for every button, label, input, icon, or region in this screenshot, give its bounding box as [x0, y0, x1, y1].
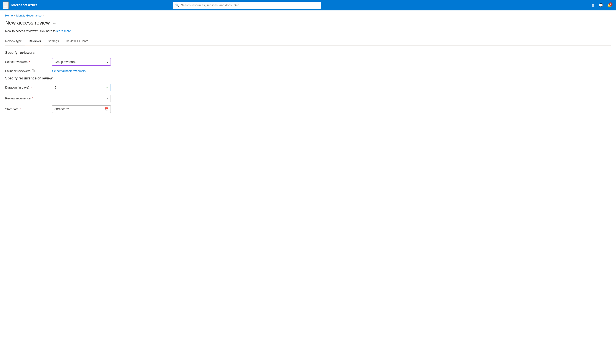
reviewers-section-title: Specify reviewers: [5, 51, 611, 55]
hamburger-menu-button[interactable]: ☰: [3, 1, 9, 9]
select-reviewers-row: Select reviewers * Group owner(s) Select…: [5, 58, 611, 65]
hamburger-icon: ☰: [4, 3, 7, 7]
specify-recurrence-section: Specify recurrence of review Duration (i…: [5, 76, 611, 113]
tabs: Review type Reviews Settings Review + Cr…: [5, 37, 611, 46]
breadcrumb-sep-1: ›: [14, 14, 15, 17]
start-date-input-wrapper: 📅: [52, 105, 111, 113]
info-static-text: New to access reviews? Click here to: [5, 29, 56, 33]
start-date-required: *: [20, 108, 21, 111]
duration-input-wrapper: ✓: [52, 84, 111, 91]
review-recurrence-wrapper: Weekly Monthly Quarterly Semi-annually A…: [52, 95, 111, 102]
duration-check-icon: ✓: [106, 86, 109, 89]
breadcrumb-home[interactable]: Home: [5, 14, 13, 17]
breadcrumb-identity-governance[interactable]: Identity Governance: [16, 14, 41, 17]
breadcrumb: Home › Identity Governance ›: [5, 14, 611, 17]
page-header: New access review ...: [5, 20, 611, 26]
start-date-row: Start date * 📅: [5, 105, 611, 113]
start-date-input[interactable]: [52, 105, 111, 113]
select-reviewers-required: *: [29, 60, 30, 64]
calendar-icon[interactable]: 📅: [104, 107, 109, 111]
page-menu-button[interactable]: ...: [52, 20, 56, 26]
recurrence-section-title: Specify recurrence of review: [5, 76, 611, 80]
duration-row: Duration (in days) * ✓: [5, 84, 611, 91]
duration-required: *: [31, 86, 32, 89]
portal-button[interactable]: ⊞: [590, 2, 596, 9]
fallback-reviewers-label: Fallback reviewers ⓘ: [5, 69, 49, 73]
review-recurrence-required: *: [32, 97, 33, 100]
search-icon: 🔍: [175, 3, 179, 7]
search-input[interactable]: [173, 2, 321, 9]
duration-input[interactable]: [52, 84, 111, 91]
topbar: ☰ Microsoft Azure 🔍 ⊞ 💬 🔔 2: [0, 0, 616, 10]
portal-icon: ⊞: [591, 3, 594, 7]
select-fallback-reviewers-link[interactable]: Select fallback reviewers: [52, 69, 86, 73]
feedback-icon: 💬: [599, 3, 603, 7]
tab-review-create[interactable]: Review + Create: [62, 37, 92, 45]
topbar-icons: ⊞ 💬 🔔 2: [590, 2, 613, 9]
fallback-reviewers-row: Fallback reviewers ⓘ Select fallback rev…: [5, 69, 611, 73]
start-date-label: Start date *: [5, 107, 49, 111]
review-recurrence-row: Review recurrence * Weekly Monthly Quart…: [5, 95, 611, 102]
feedback-button[interactable]: 💬: [597, 2, 605, 9]
tab-settings[interactable]: Settings: [44, 37, 62, 45]
info-text: New to access reviews? Click here to lea…: [5, 29, 611, 33]
select-reviewers-wrapper: Group owner(s) Selected users or groups …: [52, 58, 111, 65]
breadcrumb-sep-2: ›: [43, 14, 44, 17]
notification-button[interactable]: 🔔 2: [606, 2, 613, 9]
review-recurrence-label: Review recurrence *: [5, 97, 49, 100]
review-recurrence-dropdown[interactable]: Weekly Monthly Quarterly Semi-annually A…: [52, 95, 111, 102]
page-title: New access review: [5, 20, 50, 26]
learn-more-link[interactable]: learn more.: [56, 29, 72, 33]
select-reviewers-label: Select reviewers *: [5, 60, 49, 64]
specify-reviewers-section: Specify reviewers Select reviewers * Gro…: [5, 51, 611, 73]
main-content: Home › Identity Governance › New access …: [0, 10, 616, 120]
search-bar: 🔍: [173, 2, 321, 9]
select-reviewers-dropdown[interactable]: Group owner(s) Selected users or groups …: [52, 58, 111, 65]
tab-reviews[interactable]: Reviews: [25, 37, 44, 45]
tab-review-type[interactable]: Review type: [5, 37, 25, 45]
brand-name: Microsoft Azure: [11, 3, 37, 7]
fallback-info-icon[interactable]: ⓘ: [32, 69, 35, 73]
duration-label: Duration (in days) *: [5, 86, 49, 89]
notification-badge: 2: [609, 2, 613, 6]
